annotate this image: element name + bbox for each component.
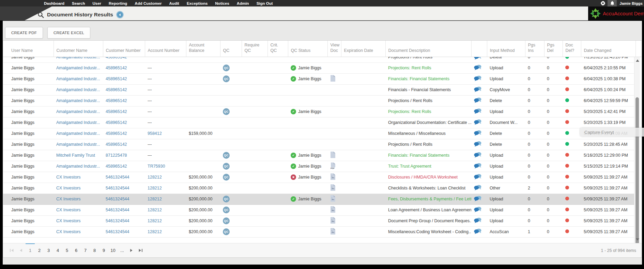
qc-badge[interactable]: QC: [223, 75, 230, 82]
table-row[interactable]: Jamie BiggsAmalgamated Industr...4589651…: [3, 117, 636, 128]
qc-badge[interactable]: QC: [223, 65, 230, 71]
col-require-qc[interactable]: Require QC: [242, 41, 267, 57]
pager-page-5[interactable]: 5: [62, 243, 72, 258]
qc-badge[interactable]: QC: [223, 108, 230, 115]
chat-bubbles-icon[interactable]: [474, 119, 481, 125]
chat-bubbles-icon[interactable]: [474, 196, 481, 201]
qc-badge[interactable]: QC: [223, 217, 230, 224]
account-number-link[interactable]: 128212: [148, 218, 162, 223]
table-row[interactable]: Jamie BiggsAmalgamated Industr...4589651…: [3, 84, 636, 95]
view-doc-pdf-icon[interactable]: PDF: [330, 162, 336, 169]
customer-name-link[interactable]: Amalgamated Industr...: [56, 87, 100, 92]
customer-name-link[interactable]: Amalgamated Industr...: [56, 131, 100, 136]
table-row[interactable]: Jamie BiggsCX Investors5461324544128212$…: [3, 183, 636, 194]
qc-badge[interactable]: QC: [223, 163, 230, 170]
nav-item-reporting[interactable]: Reporting: [105, 1, 131, 5]
customer-number-link[interactable]: 458965142: [106, 120, 127, 125]
pager-last-page-icon[interactable]: [136, 243, 145, 258]
table-row[interactable]: Jamie BiggsAmalgamated Industr...4589651…: [3, 62, 636, 73]
bell-icon[interactable]: [608, 0, 617, 6]
nav-item-dashboard[interactable]: Dashboard: [40, 1, 68, 5]
table-row[interactable]: Jamie BiggsAmalgamated Industr...4589651…: [3, 95, 636, 106]
nav-item-add-customer[interactable]: Add Customer: [131, 1, 165, 5]
view-doc-img-icon[interactable]: [330, 173, 335, 180]
col-date-changed[interactable]: Date Changed: [581, 41, 636, 57]
account-number-link[interactable]: TR75930: [148, 164, 165, 169]
customer-number-link[interactable]: 458965142: [106, 87, 127, 92]
customer-name-link[interactable]: Amalgamated Industr...: [56, 98, 100, 103]
nav-item-exceptions[interactable]: Exceptions: [183, 1, 211, 5]
chat-bubbles-icon[interactable]: [474, 185, 481, 190]
scrollbar-down-arrow[interactable]: [636, 238, 639, 241]
customer-number-link[interactable]: 458965142: [106, 142, 127, 147]
account-number-link[interactable]: 128212: [148, 186, 162, 190]
document-description[interactable]: Projections / Rent Rolls: [388, 98, 432, 103]
customer-number-link[interactable]: 5461324544: [106, 208, 129, 212]
document-description[interactable]: Disclosures / HMDA/CRA Worksheet: [388, 175, 458, 180]
chat-bubbles-icon[interactable]: [474, 217, 481, 223]
table-row[interactable]: Jamie BiggsAmalgamated Industr...4589651…: [3, 139, 636, 150]
view-doc-img-icon[interactable]: [330, 184, 335, 191]
col-pgs-ins[interactable]: Pgs Ins: [525, 41, 544, 57]
document-description[interactable]: Projections: Rent Rolls: [388, 109, 431, 114]
nav-item-search[interactable]: Search: [68, 1, 89, 5]
customer-number-link[interactable]: 458965142: [106, 57, 127, 59]
customer-number-link[interactable]: 458965142: [106, 98, 127, 103]
pager-page-6[interactable]: 6: [72, 243, 81, 258]
table-row[interactable]: Jamie BiggsCX Investors5461324544128212$…: [3, 215, 636, 226]
nav-item-notices[interactable]: Notices: [211, 1, 233, 5]
view-doc-doc-icon[interactable]: [330, 152, 335, 158]
customer-name-link[interactable]: CX Investors: [56, 208, 81, 212]
document-description[interactable]: Projections / Rent Rolls: [388, 57, 432, 59]
customer-name-link[interactable]: Amalgamated Industr...: [56, 120, 100, 125]
customer-name-link[interactable]: CX Investors: [56, 229, 81, 234]
col-expiration-date[interactable]: Expiration Date: [341, 41, 385, 57]
customer-name-link[interactable]: Amalgamated Industr...: [56, 76, 100, 81]
col-qc-status[interactable]: QC Status: [288, 41, 327, 57]
document-description[interactable]: Fees, Disbursements & Payments / Fee Let…: [388, 197, 471, 201]
scrollbar-up-arrow[interactable]: [636, 59, 639, 62]
chat-bubbles-icon[interactable]: [474, 163, 481, 169]
customer-name-link[interactable]: CX Investors: [56, 175, 81, 180]
account-number-link[interactable]: 128212: [148, 229, 162, 234]
document-description[interactable]: Miscellaneous:Coding Worksheet - Coding.…: [388, 229, 471, 234]
account-number-link[interactable]: 128212: [148, 208, 162, 212]
nav-user-name[interactable]: Jamie Biggs: [617, 1, 644, 5]
customer-name-link[interactable]: Amalgamated Industr...: [56, 109, 100, 114]
table-row[interactable]: Jamie BiggsCX Investors5461324544128212$…: [3, 172, 636, 183]
col-account-balance[interactable]: Account Balance: [186, 41, 220, 57]
account-number-link[interactable]: 958412: [148, 131, 162, 136]
customer-number-link[interactable]: 458965142: [106, 131, 127, 136]
customer-number-link[interactable]: 871225478: [106, 153, 127, 158]
pager-next-page-icon[interactable]: [127, 243, 136, 258]
table-row[interactable]: Jamie BiggsMitchell Family Trust87122547…: [3, 150, 636, 161]
col-customer-number[interactable]: Customer Number: [103, 41, 145, 57]
customer-number-link[interactable]: 458965142: [106, 76, 127, 81]
pager-more-pages[interactable]: ...: [118, 243, 127, 258]
document-description[interactable]: Checklists & Worksheets: Loan Checklist: [388, 186, 465, 190]
table-row[interactable]: Jamie BiggsAmalgamated Industr...4589651…: [3, 161, 636, 172]
col-user-name[interactable]: User Name: [3, 41, 53, 57]
pager-page-9[interactable]: 9: [99, 243, 108, 258]
col-crit-qc[interactable]: Crit. QC: [267, 41, 288, 57]
col-pgs-del[interactable]: Pgs Del: [544, 41, 563, 57]
chat-bubbles-icon[interactable]: [474, 108, 481, 114]
customer-name-link[interactable]: CX Investors: [56, 218, 81, 223]
pager-page-3[interactable]: 3: [44, 243, 53, 258]
customer-number-link[interactable]: 458965142: [106, 164, 127, 169]
chat-bubbles-icon[interactable]: [474, 97, 481, 103]
chat-bubbles-icon[interactable]: [474, 228, 481, 234]
table-row[interactable]: Jamie BiggsCX Investors5461324544128212$…: [3, 226, 636, 237]
back-arrow-button[interactable]: [116, 11, 124, 18]
table-row[interactable]: Jamie BiggsAmalgamated Industr...4589651…: [3, 73, 636, 84]
document-description[interactable]: Trust: Trust Agreement: [388, 164, 431, 169]
chat-bubbles-icon[interactable]: [474, 75, 481, 81]
document-description[interactable]: Organizational Documentation: Certificat…: [388, 120, 471, 125]
nav-item-sign-out[interactable]: Sign Out: [253, 1, 277, 5]
document-description[interactable]: Projections / Rent Rolls: [388, 142, 432, 147]
customer-name-link[interactable]: Mitchell Family Trust: [56, 153, 95, 158]
qc-badge[interactable]: QC: [223, 228, 230, 235]
customer-number-link[interactable]: 458965142: [106, 66, 127, 70]
view-doc-img-icon[interactable]: [330, 195, 335, 202]
pager-page-2[interactable]: 2: [35, 243, 44, 258]
